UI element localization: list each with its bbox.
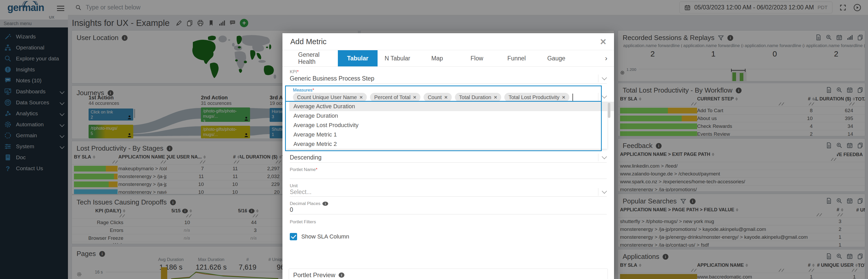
option-average-metric-2[interactable]: Average Metric 2: [289, 139, 608, 149]
info-icon[interactable]: i: [339, 273, 344, 278]
measures-label: Measures*: [293, 88, 314, 93]
tab-tabular[interactable]: Tabular: [338, 50, 378, 66]
sort-order-select[interactable]: Descending: [290, 154, 321, 161]
text-cursor: [572, 93, 573, 101]
measures-options-list: Average Active Duration Average Duration…: [286, 102, 607, 149]
chevron-down-icon: [602, 154, 607, 159]
show-sla-label: Show SLA Column: [301, 233, 349, 240]
modal-tabs: General Health Tabular N Tabular Map Flo…: [282, 50, 614, 67]
measures-field[interactable]: Count Unique User Name× Percent of Total…: [293, 93, 593, 102]
chevron-down-icon: [602, 93, 607, 99]
tab-funnel[interactable]: Funnel: [497, 50, 536, 66]
chevron-down-icon: [602, 189, 607, 194]
tab-map[interactable]: Map: [417, 50, 457, 66]
tab-gauge[interactable]: Gauge: [536, 50, 576, 66]
dropdown-scrollbar[interactable]: [608, 103, 610, 118]
chevron-down-icon: [602, 75, 607, 80]
unit-select[interactable]: Select...: [290, 189, 311, 196]
measure-tag[interactable]: Total Lost Productivity×: [504, 93, 569, 102]
kpi-select[interactable]: Generic Business Process Step: [290, 75, 374, 82]
unit-label: Unit: [290, 183, 298, 189]
kpi-label: KPI*: [290, 69, 299, 75]
portlet-name-label: Portlet Name*: [290, 167, 317, 172]
show-sla-checkbox[interactable]: [290, 233, 297, 240]
measures-dropdown-toggle[interactable]: [598, 93, 606, 101]
option-average-lost-productivity[interactable]: Average Lost Productivity: [289, 120, 608, 130]
option-average-duration[interactable]: Average Duration: [289, 111, 608, 120]
decimal-places-input[interactable]: 0: [290, 206, 293, 213]
tabs-overflow-arrow[interactable]: ›: [598, 50, 614, 66]
add-metric-modal: Add Metric × General Health Tabular N Ta…: [282, 33, 614, 279]
remove-tag-icon[interactable]: ×: [444, 94, 447, 101]
close-icon[interactable]: ×: [600, 36, 606, 47]
measure-tag[interactable]: Count Unique User Name×: [293, 93, 367, 102]
remove-tag-icon[interactable]: ×: [413, 94, 416, 101]
show-sla-row: Show SLA Column: [290, 233, 349, 240]
decimal-places-label: Decimal Placesi: [290, 201, 328, 206]
measure-tag[interactable]: Total Duration×: [455, 93, 501, 102]
portlet-preview: Portlet Previewi BY SLA APPLICATION NAME…: [289, 269, 608, 279]
remove-tag-icon[interactable]: ×: [562, 94, 565, 101]
option-average-active-duration[interactable]: Average Active Duration: [289, 102, 614, 111]
option-average-metric-1[interactable]: Average Metric 1: [289, 130, 608, 139]
portlet-filters-label: Portlet Filters: [290, 219, 316, 225]
kpi-dropdown-toggle[interactable]: [598, 75, 606, 82]
portlet-preview-title: Portlet Preview: [293, 272, 335, 279]
tab-general-health[interactable]: General Health: [298, 50, 338, 66]
tab-flow[interactable]: Flow: [457, 50, 497, 66]
remove-tag-icon[interactable]: ×: [360, 94, 363, 101]
measure-tag[interactable]: Count×: [424, 93, 452, 102]
sort-dropdown-toggle[interactable]: [598, 154, 606, 161]
measure-tag[interactable]: Percent of Total×: [370, 93, 421, 102]
remove-tag-icon[interactable]: ×: [494, 94, 497, 101]
info-icon[interactable]: i: [322, 202, 328, 206]
modal-title: Add Metric: [290, 37, 327, 46]
tab-n-tabular[interactable]: N Tabular: [378, 50, 417, 66]
unit-dropdown-toggle[interactable]: [598, 188, 606, 196]
